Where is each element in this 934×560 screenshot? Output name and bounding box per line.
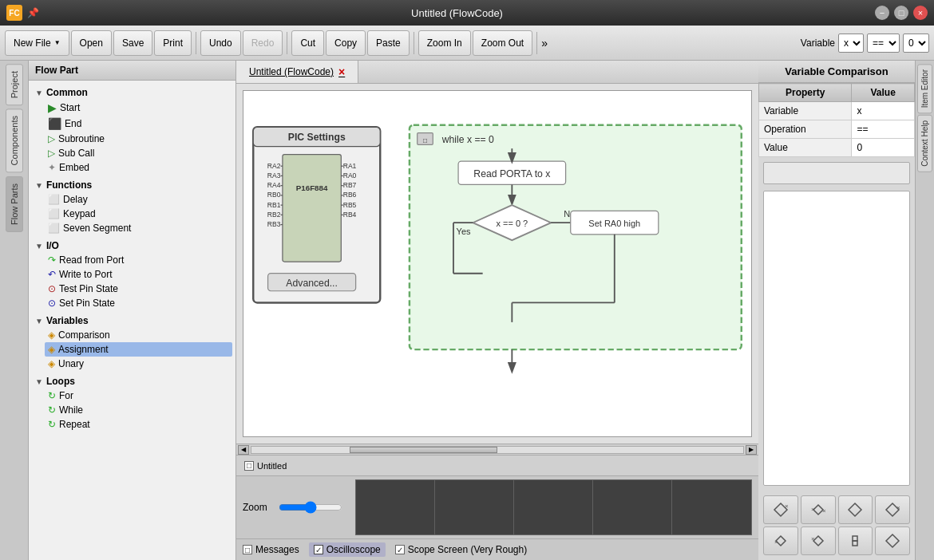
tree-item-delay[interactable]: ⬜ Delay [45, 192, 232, 207]
operator-select[interactable]: == [867, 34, 900, 53]
tree-item-embed[interactable]: ✦ Embed [45, 160, 232, 175]
tree-item-repeat[interactable]: ↻ Repeat [45, 417, 232, 432]
functions-children: ⬜ Delay ⬜ Keypad ⬜ Seven Segment [32, 192, 232, 235]
variable-select[interactable]: x [838, 34, 864, 53]
h-scroll-track[interactable] [251, 446, 744, 454]
canvas-header: Untitled (FlowCode) × [236, 61, 758, 84]
common-label: Common [46, 87, 88, 98]
canvas-tab-close[interactable]: × [338, 65, 345, 78]
tree-item-subroutine[interactable]: ▷ Subroutine [45, 132, 232, 146]
open-button[interactable]: Open [71, 30, 112, 56]
text-field-area[interactable] [763, 162, 910, 184]
section-functions-header[interactable]: ▼ Functions [32, 178, 232, 192]
icon-btn-7[interactable] [838, 526, 873, 555]
paste-button[interactable]: Paste [367, 30, 410, 56]
oscilloscope-checkbox: ✓ [314, 545, 323, 554]
svg-marker-70 [886, 534, 899, 547]
messages-tab[interactable]: □ Messages [243, 544, 299, 555]
tree-item-readfromport[interactable]: ↷ Read from Port [45, 253, 232, 267]
readport-label: Read from Port [59, 254, 124, 266]
print-button[interactable]: Print [154, 30, 192, 56]
title-bar: FC 📌 Untitled (FlowCode) − □ × [0, 0, 934, 26]
sidebar-tab-project[interactable]: Project [6, 64, 23, 105]
zoom-in-button[interactable]: Zoom In [418, 30, 471, 56]
while-icon: ↻ [48, 404, 56, 416]
canvas-workspace: PIC Settings RA2 RA3 RA4 RB0 RB1 [243, 90, 752, 437]
property-table: Property Value Variable x Operation == V… [758, 83, 915, 157]
minimize-button[interactable]: − [875, 6, 889, 20]
right-tab-context-help[interactable]: Context Help [917, 115, 932, 172]
tree-item-comparison[interactable]: ◈ Comparison [45, 328, 232, 342]
canvas-content[interactable]: PIC Settings RA2 RA3 RA4 RB0 RB1 [236, 84, 758, 444]
cut-button[interactable]: Cut [291, 30, 324, 56]
repeat-label: Repeat [59, 419, 90, 430]
messages-checkbox: □ [243, 545, 252, 554]
variables-children: ◈ Comparison ◈ Assignment ◈ Unary [32, 328, 232, 371]
zoom-out-button[interactable]: Zoom Out [473, 30, 532, 56]
icon-btn-3[interactable] [838, 495, 873, 524]
icon-btn-4[interactable]: × [875, 495, 910, 524]
tree-item-while[interactable]: ↻ While [45, 403, 232, 417]
tree-item-for[interactable]: ↻ For [45, 388, 232, 403]
property-variable-value[interactable]: x [852, 102, 915, 120]
save-button[interactable]: Save [113, 30, 152, 56]
right-content: Variable Comparison Property Value Varia… [758, 61, 915, 560]
compare-select[interactable]: 0 [903, 34, 929, 53]
sevenseg-icon: ⬜ [48, 223, 60, 234]
testpin-icon: ⊙ [48, 283, 56, 294]
section-loops-header[interactable]: ▼ Loops [32, 374, 232, 388]
canvas-tab-main[interactable]: Untitled (FlowCode) × [236, 61, 358, 83]
scroll-right-btn[interactable]: ▶ [746, 445, 757, 455]
logo-pin: 📌 [27, 7, 39, 18]
end-icon: ⬛ [48, 117, 61, 130]
tree-item-writetoport[interactable]: ↶ Write to Port [45, 267, 232, 282]
icon-btn-1[interactable]: × [763, 495, 798, 524]
tree-item-setpin[interactable]: ⊙ Set Pin State [45, 296, 232, 310]
maximize-button[interactable]: □ [894, 6, 908, 20]
tree-item-testpin[interactable]: ⊙ Test Pin State [45, 282, 232, 296]
tree-item-keypad[interactable]: ⬜ Keypad [45, 207, 232, 221]
bottom-tab-untitled[interactable]: □ Untitled [239, 459, 291, 472]
property-operation-value[interactable]: == [852, 120, 915, 139]
section-common-header[interactable]: ▼ Common [32, 85, 232, 100]
sidebar-tab-flowparts[interactable]: Flow Parts [6, 176, 23, 232]
icon-btn-2[interactable]: × × [801, 495, 836, 524]
zoom-slider[interactable] [279, 501, 342, 514]
while-loop-group: □ while x == 0 Read PORTA to x x == 0 ? [410, 125, 742, 349]
icon-btn-8[interactable] [875, 526, 910, 555]
right-panel-container: Variable Comparison Property Value Varia… [758, 61, 934, 560]
property-value-value[interactable]: 0 [852, 139, 915, 157]
right-tab-item-editor[interactable]: Item Editor [917, 64, 932, 113]
scope-screen-tab[interactable]: ✓ Scope Screen (Very Rough) [395, 544, 527, 555]
separator-4 [536, 32, 537, 54]
tree-item-unary[interactable]: ◈ Unary [45, 357, 232, 371]
text-area-box[interactable] [763, 191, 910, 486]
svg-text:x == 0 ?: x == 0 ? [496, 219, 528, 228]
redo-button[interactable]: Redo [243, 30, 283, 56]
section-variables-header[interactable]: ▼ Variables [32, 314, 232, 328]
undo-button[interactable]: Undo [200, 30, 241, 56]
tree-item-end[interactable]: ⬛ End [45, 116, 232, 132]
tree-item-subcall[interactable]: ▷ Sub Call [45, 146, 232, 160]
writeport-icon: ↶ [48, 269, 56, 280]
testpin-label: Test Pin State [59, 283, 118, 294]
scope-view [355, 479, 752, 535]
tree-item-assignment[interactable]: ◈ Assignment [45, 342, 232, 357]
tree-item-sevenseg[interactable]: ⬜ Seven Segment [45, 221, 232, 235]
icon-btn-6[interactable]: × [801, 526, 836, 555]
copy-button[interactable]: Copy [326, 30, 366, 56]
close-button[interactable]: × [913, 6, 928, 20]
separator-1 [196, 32, 196, 54]
svg-text:×: × [774, 539, 778, 545]
flow-parts-panel: Flow Part ▼ Common ▶ Start ⬛ End [29, 61, 236, 560]
icon-btn-5[interactable]: × [763, 526, 798, 555]
oscilloscope-tab[interactable]: ✓ Oscilloscope [309, 542, 386, 557]
sidebar-tab-components[interactable]: Components [6, 108, 23, 172]
scroll-left-btn[interactable]: ◀ [238, 445, 249, 455]
new-file-button[interactable]: New File ▼ [5, 30, 69, 56]
section-io-header[interactable]: ▼ I/O [32, 239, 232, 253]
subcall-label: Sub Call [58, 148, 94, 159]
tree-item-start[interactable]: ▶ Start [45, 100, 232, 116]
icon-buttons: × × × [758, 491, 915, 560]
svg-text:RB1: RB1 [267, 201, 281, 209]
